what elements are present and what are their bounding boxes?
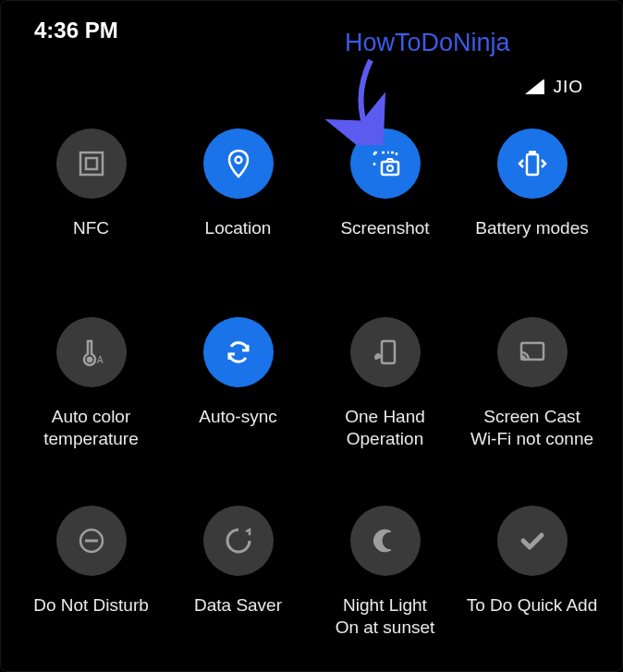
svg-point-4 — [387, 165, 393, 171]
svg-rect-0 — [80, 153, 103, 175]
tile-label: NFC — [69, 217, 113, 262]
signal-icon — [525, 79, 545, 95]
screenshot-icon — [350, 128, 421, 199]
dnd-icon — [56, 506, 127, 576]
status-right: JIO — [525, 77, 583, 97]
tile-label: Screen CastWi-Fi not conne — [467, 406, 597, 450]
tile-label: Night LightOn at sunset — [332, 594, 439, 639]
carrier-label: JIO — [553, 77, 583, 97]
tile-location[interactable]: Location — [165, 128, 312, 262]
tile-screen-cast[interactable]: Screen CastWi-Fi not conne — [458, 317, 605, 450]
nfc-icon — [56, 128, 127, 199]
svg-rect-1 — [86, 158, 97, 169]
tile-label: Screenshot — [336, 217, 433, 262]
screen-cast-icon — [497, 317, 568, 387]
tile-battery-modes[interactable]: Battery modes — [458, 128, 605, 262]
status-time: 4:36 PM — [34, 18, 118, 43]
svg-rect-9 — [382, 341, 395, 363]
svg-point-11 — [520, 358, 523, 360]
battery-modes-icon — [497, 128, 568, 199]
svg-text:A: A — [97, 355, 104, 365]
tile-label: One Hand Operation — [312, 406, 458, 450]
svg-rect-5 — [527, 154, 538, 175]
tile-nfc[interactable]: NFC — [18, 128, 165, 262]
location-icon — [203, 128, 274, 199]
tile-label: Battery modes — [471, 217, 592, 262]
tile-label: Auto-sync — [195, 406, 280, 450]
night-light-icon — [350, 506, 421, 576]
watermark-text: HowToDoNinja — [345, 29, 510, 57]
svg-point-7 — [87, 357, 92, 362]
tile-label: Do Not Disturb — [30, 594, 153, 639]
one-hand-icon — [350, 317, 421, 387]
tile-auto-sync[interactable]: Auto-sync — [165, 317, 312, 450]
tile-todo-quick-add[interactable]: To Do Quick Add — [458, 506, 605, 639]
svg-rect-6 — [530, 152, 535, 154]
tile-label: Data Saver — [190, 594, 286, 639]
status-bar: 4:36 PM — [1, 18, 622, 43]
svg-rect-3 — [382, 162, 398, 175]
tile-auto-color-temp[interactable]: A Auto color temperature — [18, 317, 165, 450]
tile-label: To Do Quick Add — [463, 594, 602, 639]
quick-settings-grid: NFC Location Screenshot Battery modes A … — [1, 128, 622, 639]
tile-night-light[interactable]: Night LightOn at sunset — [312, 506, 458, 639]
tile-data-saver[interactable]: Data Saver — [165, 506, 312, 639]
auto-sync-icon — [203, 317, 274, 387]
tile-label: Location — [202, 217, 275, 262]
auto-color-temp-icon: A — [56, 317, 127, 387]
tile-screenshot[interactable]: Screenshot — [312, 128, 458, 262]
svg-point-2 — [235, 157, 241, 164]
tile-one-hand[interactable]: One Hand Operation — [312, 317, 458, 450]
tile-dnd[interactable]: Do Not Disturb — [18, 506, 165, 639]
todo-icon — [497, 506, 568, 576]
data-saver-icon — [203, 506, 274, 576]
tile-label: Auto color temperature — [18, 406, 165, 450]
